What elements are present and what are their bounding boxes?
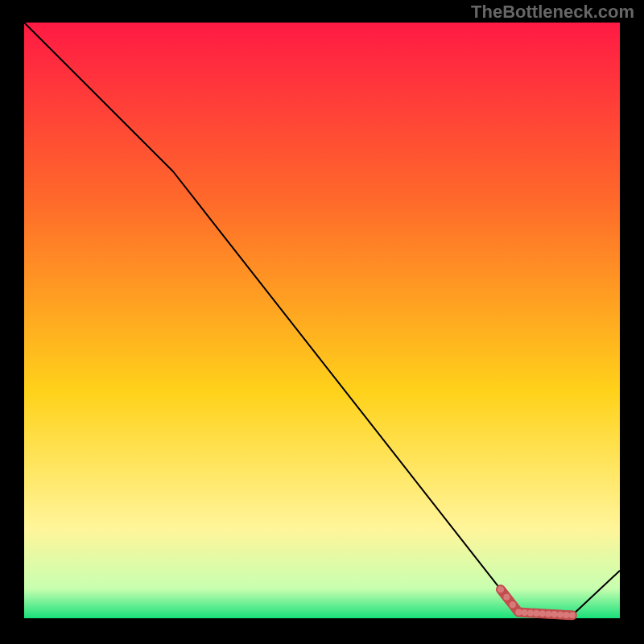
highlight-dot [551, 611, 558, 617]
chart-stage: TheBottleneck.com [0, 0, 644, 644]
highlight-dot [569, 612, 576, 618]
highlight-dot [545, 611, 551, 617]
highlight-dot [510, 601, 516, 608]
highlight-dot [557, 611, 564, 617]
highlight-dot [563, 612, 569, 618]
watermark-text: TheBottleneck.com [471, 2, 634, 23]
highlight-dot [503, 594, 510, 601]
highlight-dot [515, 609, 522, 616]
chart-svg [0, 0, 644, 644]
highlight-dot [527, 609, 534, 616]
highlight-dot [533, 610, 539, 617]
highlight-dot [497, 586, 504, 592]
highlight-dot [522, 609, 528, 616]
highlight-dot [539, 610, 546, 617]
